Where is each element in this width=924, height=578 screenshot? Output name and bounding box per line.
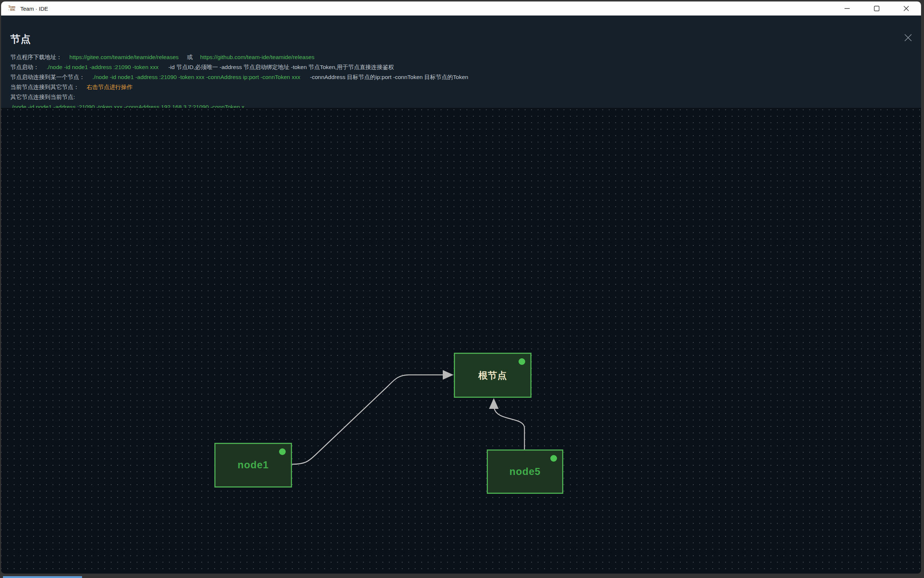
close-button[interactable] [891, 2, 921, 16]
close-icon [903, 5, 909, 11]
node-panel: 节点 节点程序下载地址： https://gitee.com/teamide/t… [1, 16, 921, 573]
instruction-connect-line: 节点启动连接到某一个节点： ./node -id node1 -address … [10, 72, 899, 82]
instructions-block: 节点程序下载地址： https://gitee.com/teamide/team… [10, 52, 899, 112]
gitee-release-link[interactable]: https://gitee.com/teamide/teamide/releas… [70, 54, 179, 60]
instruction-download-line: 节点程序下载地址： https://gitee.com/teamide/team… [10, 52, 899, 62]
start-desc: -id 节点ID,必须唯一 -address 节点启动绑定地址 -token 节… [168, 64, 394, 70]
node-node1-label: node1 [238, 459, 269, 471]
maximize-icon [874, 5, 880, 11]
current-label: 当前节点连接到其它节点： [10, 84, 79, 90]
right-click-hint: 右击节点进行操作 [86, 84, 132, 90]
connect-label: 节点启动连接到某一个节点： [10, 74, 85, 80]
instruction-other-line: 其它节点连接到当前节点: [10, 92, 899, 102]
node-root-label: 根节点 [478, 369, 507, 382]
edge-node5-to-root [494, 408, 524, 450]
panel-close-icon [903, 33, 913, 42]
minimize-icon [844, 5, 850, 11]
minimize-button[interactable] [832, 2, 862, 16]
window-title: Team · IDE [20, 5, 48, 12]
download-label: 节点程序下载地址： [10, 54, 62, 60]
node-graph-canvas[interactable]: 根节点 node1 node5 [1, 108, 921, 573]
node-node5[interactable]: node5 [487, 450, 563, 494]
node-root[interactable]: 根节点 [454, 353, 532, 398]
taskbar-window-preview [3, 576, 82, 578]
download-or-label: 或 [187, 54, 193, 60]
instruction-current-line: 当前节点连接到其它节点： 右击节点进行操作 [10, 82, 899, 92]
maximize-button[interactable] [862, 2, 891, 16]
arrowhead-node5-to-root [489, 398, 499, 409]
app-logo-icon: Team · IDE [6, 5, 18, 11]
start-label: 节点启动： [10, 64, 39, 70]
window-titlebar: Team · IDE Team · IDE [1, 2, 921, 16]
app-window: Team · IDE Team · IDE 节点 [1, 2, 921, 573]
instruction-start-line: 节点启动： ./node -id node1 -address :21090 -… [10, 62, 899, 72]
window-controls [832, 2, 921, 16]
github-release-link[interactable]: https://github.com/team-ide/teamide/rele… [200, 54, 314, 60]
node-node1-status-dot [279, 448, 286, 455]
node-node5-label: node5 [509, 466, 541, 477]
panel-close-button[interactable] [903, 32, 913, 43]
start-command: ./node -id node1 -address :21090 -token … [47, 64, 159, 70]
edges-layer [1, 108, 921, 573]
connect-desc: -connAddress 目标节点的ip:port -connToken 目标节… [310, 74, 468, 80]
node-node5-status-dot [550, 455, 557, 462]
connect-command: ./node -id node1 -address :21090 -token … [93, 74, 301, 80]
node-node1[interactable]: node1 [215, 443, 292, 487]
other-label: 其它节点连接到当前节点: [10, 94, 75, 100]
node-root-status-dot [519, 358, 525, 365]
arrowhead-node1-to-root [443, 370, 454, 380]
edge-node1-to-root [292, 375, 443, 464]
page-title: 节点 [10, 32, 31, 46]
